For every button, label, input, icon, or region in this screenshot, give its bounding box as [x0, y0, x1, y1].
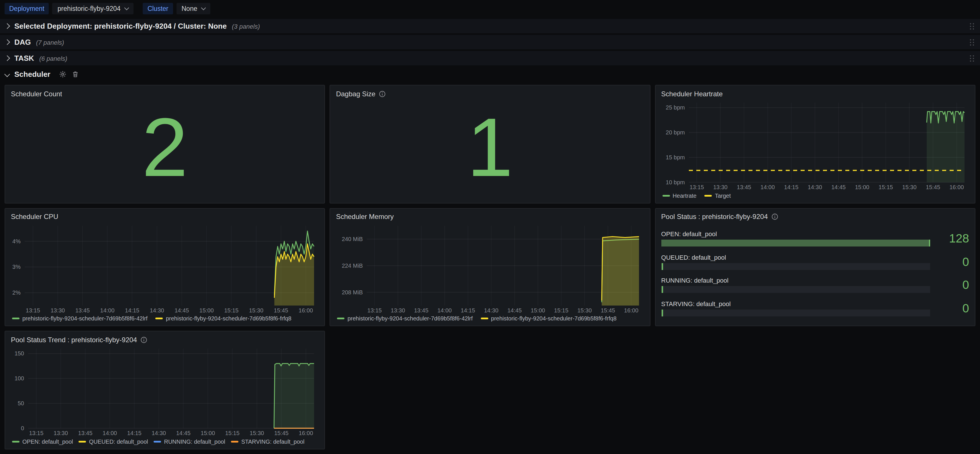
panel-title: Scheduler Heartrate — [661, 90, 723, 98]
svg-text:20 bpm: 20 bpm — [666, 129, 685, 135]
gauge-starving: STARVING: default_pool 0 — [661, 300, 969, 316]
legend-item[interactable]: RUNNING: default_pool — [154, 438, 225, 445]
series-color-marker — [154, 441, 161, 443]
svg-text:15 bpm: 15 bpm — [666, 154, 685, 161]
panel-pool-status: Pool Status : prehistoric-flyby-9204 OPE… — [655, 208, 975, 326]
panel-header-scheduler-cpu[interactable]: Scheduler CPU — [11, 211, 319, 222]
browser-window: Deployment prehistoric-flyby-9204 Cluste… — [0, 0, 980, 454]
svg-text:15:45: 15:45 — [274, 307, 288, 313]
panel-title: Pool Status Trend : prehistoric-flyby-92… — [11, 336, 137, 344]
panel-header-scheduler-memory[interactable]: Scheduler Memory — [336, 211, 644, 222]
info-icon[interactable] — [379, 90, 386, 97]
panel-title: Scheduler Memory — [336, 213, 394, 221]
legend-item[interactable]: QUEUED: default_pool — [79, 438, 148, 445]
svg-text:150: 150 — [14, 350, 24, 357]
row-panel-count: (7 panels) — [36, 39, 64, 46]
legend-item[interactable]: prehistoric-flyby-9204-scheduler-7d69b5f… — [156, 315, 291, 322]
variable-control-cluster: Cluster None — [143, 3, 211, 14]
gauge-label: STARVING: default_pool — [661, 300, 930, 307]
pool-trend-chart[interactable]: 13:1513:3013:4514:0014:1514:3014:4515:00… — [11, 346, 319, 437]
svg-text:15:15: 15:15 — [224, 307, 239, 313]
panel-header-scheduler-count[interactable]: Scheduler Count — [11, 88, 319, 99]
gauge-value: 0 — [936, 255, 969, 269]
gauge-open: OPEN: default_pool 128 — [661, 231, 969, 247]
row-selected-deployment[interactable]: Selected Deployment: prehistoric-flyby-9… — [0, 19, 980, 33]
svg-text:13:45: 13:45 — [737, 184, 751, 190]
series-color-marker — [12, 318, 19, 320]
row-panel-count: (6 panels) — [39, 55, 67, 62]
drag-handle-icon[interactable] — [969, 38, 975, 46]
row-title: TASK — [14, 54, 34, 62]
drag-handle-icon[interactable] — [969, 22, 975, 30]
svg-text:14:15: 14:15 — [784, 184, 798, 190]
chevron-right-icon — [4, 23, 10, 29]
info-icon[interactable] — [772, 213, 778, 220]
legend-item[interactable]: prehistoric-flyby-9204-scheduler-7d69b5f… — [337, 315, 473, 322]
variable-label-cluster: Cluster — [143, 3, 173, 14]
svg-text:100: 100 — [14, 376, 24, 382]
panel-header-dagbag-size[interactable]: Dagbag Size — [336, 88, 644, 99]
svg-text:14:45: 14:45 — [508, 307, 522, 313]
variable-select-deployment[interactable]: prehistoric-flyby-9204 — [52, 3, 134, 14]
svg-text:14:45: 14:45 — [176, 430, 191, 436]
legend-item[interactable]: prehistoric-flyby-9204-scheduler-7d69b5f… — [12, 315, 148, 322]
panel-header-pool-status[interactable]: Pool Status : prehistoric-flyby-9204 — [661, 211, 969, 222]
svg-text:14:30: 14:30 — [484, 307, 499, 313]
legend-item[interactable]: OPEN: default_pool — [12, 438, 73, 445]
panel-scheduler-count: Scheduler Count 2 — [5, 85, 325, 203]
gauge-value: 128 — [936, 232, 969, 245]
gauge-queued: QUEUED: default_pool 0 — [661, 254, 969, 270]
svg-text:13:15: 13:15 — [26, 307, 40, 313]
heartrate-chart[interactable]: 13:1513:3013:4514:0014:1514:3014:4515:00… — [661, 99, 969, 191]
info-icon[interactable] — [140, 336, 147, 343]
series-color-marker — [231, 441, 239, 443]
gear-icon[interactable] — [59, 70, 67, 78]
legend-item[interactable]: Target — [705, 192, 731, 199]
legend-item[interactable]: Heartrate — [662, 192, 696, 199]
drag-handle-icon[interactable] — [969, 54, 975, 62]
trash-icon[interactable] — [72, 70, 79, 78]
series-color-marker — [481, 318, 488, 320]
svg-text:25 bpm: 25 bpm — [666, 104, 685, 111]
svg-text:13:15: 13:15 — [29, 430, 43, 436]
gauge-bar — [661, 240, 930, 247]
stat-value-scheduler-count: 2 — [11, 99, 319, 200]
memory-chart[interactable]: 13:1513:3013:4514:0014:1514:3014:4515:00… — [336, 222, 644, 314]
svg-text:0: 0 — [21, 425, 24, 432]
gauge-bar — [661, 309, 930, 316]
svg-text:14:15: 14:15 — [461, 307, 475, 313]
variable-value-deployment: prehistoric-flyby-9204 — [57, 5, 121, 12]
svg-text:14:00: 14:00 — [103, 430, 117, 436]
svg-text:14:45: 14:45 — [831, 184, 846, 190]
svg-text:15:45: 15:45 — [926, 184, 940, 190]
svg-text:15:30: 15:30 — [578, 307, 592, 313]
svg-text:16:00: 16:00 — [299, 430, 313, 436]
cpu-chart[interactable]: 13:1513:3013:4514:0014:1514:3014:4515:00… — [11, 222, 319, 314]
stat-value-dagbag-size: 1 — [336, 99, 644, 200]
grafana-dashboard: Deployment prehistoric-flyby-9204 Cluste… — [0, 0, 980, 454]
legend-item[interactable]: prehistoric-flyby-9204-scheduler-7d69b5f… — [481, 315, 617, 322]
panel-header-pool-status-trend[interactable]: Pool Status Trend : prehistoric-flyby-92… — [11, 335, 319, 346]
heartrate-legend: HeartrateTarget — [661, 191, 969, 200]
svg-text:4%: 4% — [12, 238, 21, 244]
row-dag[interactable]: DAG (7 panels) — [0, 35, 980, 49]
svg-text:15:00: 15:00 — [199, 307, 214, 313]
row-title: Scheduler — [14, 70, 51, 78]
gauge-fill — [661, 286, 663, 293]
svg-text:224 MiB: 224 MiB — [342, 262, 363, 269]
panel-header-scheduler-heartrate[interactable]: Scheduler Heartrate — [661, 88, 969, 99]
row-scheduler[interactable]: Scheduler — [0, 67, 980, 81]
row-task[interactable]: TASK (6 panels) — [0, 51, 980, 65]
chevron-down-icon — [124, 5, 129, 10]
series-color-marker — [705, 194, 712, 196]
svg-text:50: 50 — [18, 400, 24, 407]
svg-text:15:30: 15:30 — [249, 307, 263, 313]
gauge-label: OPEN: default_pool — [661, 231, 930, 237]
series-color-marker — [337, 318, 345, 320]
chevron-down-icon — [201, 5, 206, 10]
gauge-bar — [661, 286, 930, 293]
panel-title: Dagbag Size — [336, 90, 375, 98]
variable-select-cluster[interactable]: None — [177, 3, 211, 14]
row-panel-count: (3 panels) — [232, 22, 260, 30]
legend-item[interactable]: STARVING: default_pool — [231, 438, 305, 445]
